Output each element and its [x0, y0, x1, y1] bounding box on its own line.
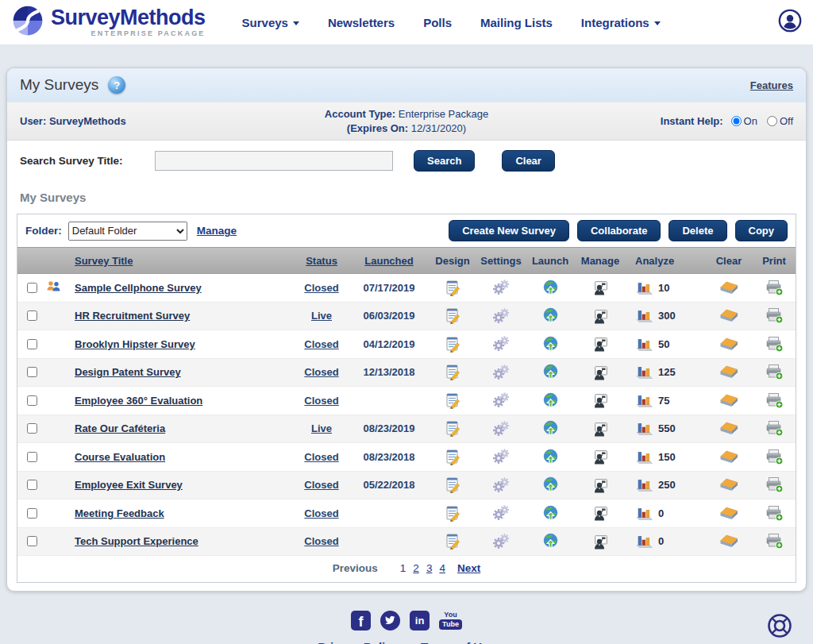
- survey-status-link[interactable]: Live: [311, 422, 332, 434]
- design-icon[interactable]: [445, 449, 461, 465]
- twitter-icon[interactable]: [380, 611, 400, 631]
- clear-eraser-icon[interactable]: [720, 450, 738, 464]
- clear-eraser-icon[interactable]: [720, 281, 738, 295]
- instant-help-off-option[interactable]: Off: [767, 115, 793, 127]
- clear-eraser-icon[interactable]: [720, 478, 738, 492]
- print-icon[interactable]: [765, 336, 784, 353]
- clear-eraser-icon[interactable]: [720, 507, 738, 520]
- row-checkbox[interactable]: [27, 395, 37, 406]
- launch-icon[interactable]: [542, 392, 559, 409]
- design-icon[interactable]: [445, 420, 461, 437]
- pagination-previous[interactable]: Previous: [333, 562, 378, 574]
- nav-item-newsletters[interactable]: Newsletters: [328, 16, 395, 29]
- settings-icon[interactable]: [492, 505, 510, 521]
- clear-eraser-icon[interactable]: [720, 365, 738, 379]
- print-icon[interactable]: [765, 307, 784, 324]
- nav-item-surveys[interactable]: Surveys: [242, 16, 299, 29]
- search-input[interactable]: [155, 151, 393, 171]
- design-icon[interactable]: [445, 476, 461, 493]
- row-checkbox[interactable]: [27, 480, 37, 490]
- survey-title-link[interactable]: Brooklyn Hipster Survey: [75, 338, 195, 350]
- clear-eraser-icon[interactable]: [720, 534, 738, 548]
- row-checkbox[interactable]: [27, 283, 37, 293]
- nav-item-polls[interactable]: Polls: [423, 16, 452, 29]
- brand-logo[interactable]: SurveyMethods ENTERPRISE PACKAGE: [11, 4, 206, 40]
- row-checkbox[interactable]: [27, 310, 37, 321]
- survey-title-link[interactable]: Rate Our Caféteria: [75, 422, 165, 434]
- analyze-icon[interactable]: [635, 337, 653, 352]
- launch-icon[interactable]: [542, 420, 559, 437]
- row-checkbox[interactable]: [27, 452, 37, 462]
- help-icon[interactable]: ?: [108, 76, 125, 94]
- survey-status-link[interactable]: Closed: [304, 535, 338, 547]
- manage-icon[interactable]: [592, 477, 609, 493]
- row-checkbox[interactable]: [27, 536, 37, 546]
- survey-title-link[interactable]: Design Patent Survey: [75, 366, 181, 378]
- manage-icon[interactable]: [592, 449, 609, 465]
- search-clear-button[interactable]: Clear: [502, 150, 555, 172]
- linkedin-icon[interactable]: in: [410, 611, 430, 631]
- survey-title-link[interactable]: HR Recruitment Survey: [75, 310, 190, 322]
- pagination-page-4[interactable]: 4: [439, 562, 445, 574]
- analyze-icon[interactable]: [635, 449, 653, 465]
- survey-status-link[interactable]: Closed: [304, 338, 338, 350]
- manage-icon[interactable]: [592, 534, 609, 550]
- survey-status-link[interactable]: Closed: [304, 451, 338, 463]
- launch-icon[interactable]: [542, 336, 559, 353]
- pagination-next[interactable]: Next: [457, 562, 480, 574]
- survey-title-link[interactable]: Sample Cellphone Survey: [75, 282, 202, 294]
- header-launched[interactable]: Launched: [349, 255, 429, 267]
- pagination-page-3[interactable]: 3: [426, 562, 433, 574]
- launch-icon[interactable]: [542, 364, 559, 380]
- terms-of-use-link[interactable]: Terms of Use: [421, 640, 495, 644]
- survey-status-link[interactable]: Closed: [304, 479, 338, 491]
- features-link[interactable]: Features: [750, 79, 793, 91]
- print-icon[interactable]: [765, 476, 784, 493]
- launch-icon[interactable]: [542, 307, 559, 324]
- settings-icon[interactable]: [492, 308, 510, 324]
- manage-folders-link[interactable]: Manage: [197, 225, 237, 237]
- analyze-icon[interactable]: [635, 308, 653, 323]
- delete-button[interactable]: Delete: [669, 220, 726, 241]
- settings-icon[interactable]: [492, 421, 510, 437]
- print-icon[interactable]: [765, 280, 784, 296]
- analyze-icon[interactable]: [635, 393, 653, 408]
- folder-select[interactable]: Default Folder: [68, 222, 187, 241]
- settings-icon[interactable]: [492, 392, 510, 408]
- copy-button[interactable]: Copy: [735, 220, 788, 241]
- manage-icon[interactable]: [592, 421, 609, 437]
- youtube-icon[interactable]: You Tube: [439, 611, 462, 630]
- pagination-page-1[interactable]: 1: [400, 562, 406, 574]
- design-icon[interactable]: [445, 533, 461, 550]
- manage-icon[interactable]: [592, 308, 609, 324]
- analyze-icon[interactable]: [635, 477, 653, 492]
- survey-title-link[interactable]: Employee 360° Evaluation: [75, 395, 202, 407]
- design-icon[interactable]: [445, 505, 461, 522]
- launch-icon[interactable]: [542, 476, 559, 493]
- analyze-icon[interactable]: [635, 280, 653, 295]
- support-lifering-icon[interactable]: [762, 612, 797, 644]
- search-button[interactable]: Search: [414, 150, 475, 172]
- settings-icon[interactable]: [492, 534, 510, 550]
- survey-status-link[interactable]: Live: [311, 310, 332, 322]
- launch-icon[interactable]: [542, 449, 559, 465]
- launch-icon[interactable]: [542, 533, 559, 550]
- row-checkbox[interactable]: [27, 508, 37, 519]
- launch-icon[interactable]: [542, 280, 559, 296]
- print-icon[interactable]: [765, 392, 784, 409]
- survey-status-link[interactable]: Closed: [304, 507, 338, 519]
- survey-status-link[interactable]: Closed: [304, 395, 338, 407]
- design-icon[interactable]: [445, 280, 461, 296]
- row-checkbox[interactable]: [27, 423, 37, 434]
- privacy-policy-link[interactable]: Privacy Policy: [318, 640, 399, 644]
- settings-icon[interactable]: [492, 449, 510, 465]
- survey-status-link[interactable]: Closed: [304, 366, 338, 378]
- survey-title-link[interactable]: Employee Exit Survey: [75, 479, 183, 491]
- instant-help-on-radio[interactable]: [731, 116, 742, 126]
- print-icon[interactable]: [765, 449, 784, 465]
- survey-title-link[interactable]: Course Evaluation: [75, 451, 165, 463]
- create-new-survey-button[interactable]: Create New Survey: [449, 220, 569, 241]
- design-icon[interactable]: [445, 307, 461, 324]
- launch-icon[interactable]: [542, 505, 559, 522]
- analyze-icon[interactable]: [635, 364, 653, 380]
